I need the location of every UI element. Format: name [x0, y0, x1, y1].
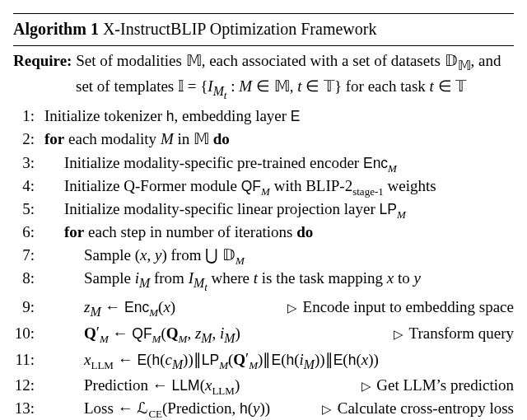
- line-comment: ▷ Calculate cross-entropy loss: [322, 397, 514, 420]
- line-number: 1:: [13, 105, 35, 128]
- line-body: Q′M ← QFM(QM, zM, iM)▷ Transform query: [38, 321, 514, 348]
- line-number: 7:: [13, 244, 35, 267]
- algo-line: 4:Initialize Q-Former module QFM with BL…: [13, 175, 514, 198]
- line-body: Initialize modality-specific pre-trained…: [38, 152, 514, 175]
- line-number: 8:: [13, 267, 35, 290]
- algorithm-title: Algorithm 1 X-InstructBLIP Optimization …: [13, 17, 514, 42]
- algo-line: 1:Initialize tokenizer h, embedding laye…: [13, 105, 514, 128]
- require-label: Require:: [13, 52, 72, 69]
- algo-line: 7:Sample (x, y) from ⋃ 𝔻M: [13, 244, 514, 267]
- line-body: for each step in number of iterations do: [38, 221, 514, 244]
- line-body: zM ← EncM(x)▷ Encode input to embedding …: [38, 296, 514, 321]
- line-body: Loss ← ℒCE(Prediction, h(y))▷ Calculate …: [38, 397, 514, 420]
- line-body: xLLM ← E(h(cM))∥LPM(Q′M)∥E(h(iM))∥E(h(x)…: [38, 348, 514, 374]
- line-code: Q′M ← QFM(QM, zM, iM): [84, 321, 240, 348]
- line-body: for each modality M in 𝕄 do: [38, 128, 514, 151]
- line-comment: ▷ Transform query: [394, 322, 514, 345]
- algo-line: 3:Initialize modality-specific pre-train…: [13, 152, 514, 175]
- algo-line: 9:zM ← EncM(x)▷ Encode input to embeddin…: [13, 296, 514, 321]
- line-number: 2:: [13, 128, 35, 151]
- line-number: 3:: [13, 152, 35, 175]
- algo-line: 8:Sample iM from IMt where t is the task…: [13, 267, 514, 295]
- algorithm-label: Algorithm 1: [13, 20, 99, 38]
- line-code: Prediction ← LLM(xLLM): [84, 374, 240, 397]
- top-rule: [13, 13, 514, 14]
- line-code: Loss ← ℒCE(Prediction, h(y)): [84, 397, 270, 420]
- algo-line: 10:Q′M ← QFM(QM, zM, iM)▷ Transform quer…: [13, 321, 514, 348]
- title-rule: [13, 45, 514, 46]
- line-number: 13:: [13, 397, 35, 420]
- line-body: Initialize tokenizer h, embedding layer …: [38, 105, 514, 128]
- line-comment: ▷ Encode input to embedding space: [287, 296, 514, 319]
- line-body: Sample iM from IMt where t is the task m…: [38, 267, 514, 295]
- line-body: Initialize Q-Former module QFM with BLIP…: [38, 175, 514, 198]
- algo-line: 13:Loss ← ℒCE(Prediction, h(y))▷ Calcula…: [13, 397, 514, 420]
- line-body: Sample (x, y) from ⋃ 𝔻M: [38, 244, 514, 267]
- line-comment: ▷ Get LLM’s prediction: [361, 374, 515, 397]
- algo-line: 2:for each modality M in 𝕄 do: [13, 128, 514, 151]
- require-text: Set of modalities 𝕄, each associated wit…: [76, 52, 501, 95]
- line-body: Prediction ← LLM(xLLM)▷ Get LLM’s predic…: [38, 374, 514, 397]
- algorithm-body: 1:Initialize tokenizer h, embedding laye…: [13, 105, 514, 420]
- line-number: 10:: [13, 322, 35, 345]
- line-number: 6:: [13, 221, 35, 244]
- line-code: zM ← EncM(x): [84, 296, 175, 321]
- algorithm-name: X-InstructBLIP Optimization Framework: [103, 20, 377, 38]
- line-number: 9:: [13, 296, 35, 319]
- line-body: Initialize modality-specific linear proj…: [38, 198, 514, 221]
- algo-line: 6:for each step in number of iterations …: [13, 221, 514, 244]
- algo-line: 5:Initialize modality-specific linear pr…: [13, 198, 514, 221]
- algo-line: 12:Prediction ← LLM(xLLM)▷ Get LLM’s pre…: [13, 374, 514, 397]
- line-number: 5:: [13, 198, 35, 221]
- require-block: Require: Set of modalities 𝕄, each assoc…: [13, 49, 514, 104]
- algo-line: 11:xLLM ← E(h(cM))∥LPM(Q′M)∥E(h(iM))∥E(h…: [13, 348, 514, 374]
- line-number: 4:: [13, 175, 35, 198]
- line-number: 12:: [13, 374, 35, 397]
- line-number: 11:: [13, 348, 35, 371]
